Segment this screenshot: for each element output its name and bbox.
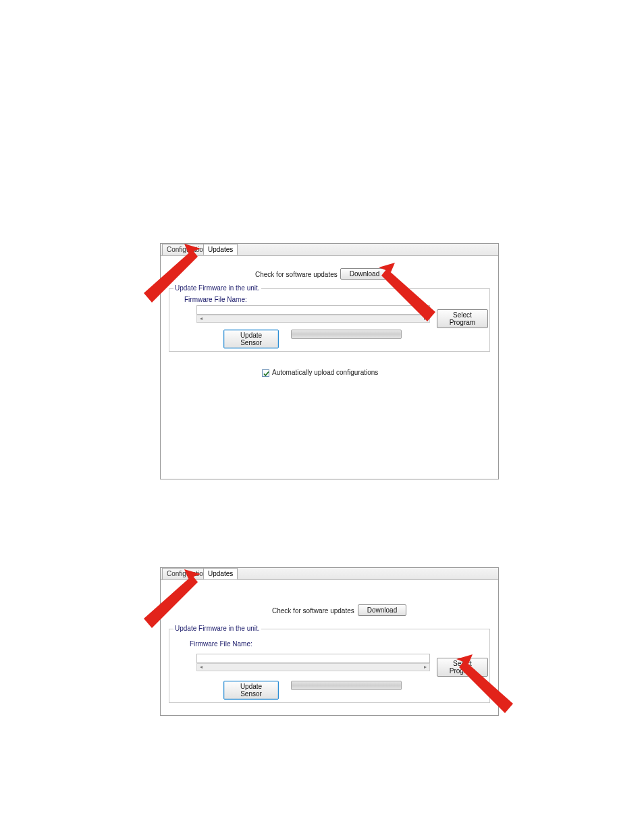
tab-body-2: Check for software updates Download Upda… — [161, 580, 498, 715]
download-button-2[interactable]: Download — [358, 604, 406, 616]
firmware-groupbox-2: Update Firmware in the unit. Firmware Fi… — [169, 629, 490, 703]
screenshot-bottom: Configuration Updates Check for software… — [160, 567, 499, 716]
tab-strip-2: Configuration Updates — [161, 568, 498, 580]
update-sensor-button[interactable]: Update Sensor — [223, 330, 279, 348]
check-icon — [263, 370, 270, 377]
download-button[interactable]: Download — [340, 268, 389, 280]
firmware-file-label-2: Firmware File Name: — [190, 640, 252, 648]
tab-updates[interactable]: Updates — [203, 244, 238, 255]
scroll-right-icon[interactable]: ▸ — [421, 315, 429, 323]
update-sensor-button-2[interactable]: Update Sensor — [223, 681, 279, 700]
select-program-button[interactable]: Select Program — [437, 309, 488, 328]
scroll-left-icon-2[interactable]: ◂ — [197, 664, 205, 672]
auto-upload-checkbox[interactable] — [262, 369, 269, 377]
select-program-button-2[interactable]: Select Program — [437, 658, 488, 677]
group-legend-2: Update Firmware in the unit. — [173, 625, 261, 632]
scroll-left-icon[interactable]: ◂ — [197, 315, 205, 323]
group-legend: Update Firmware in the unit. — [173, 284, 261, 292]
tab-updates-2[interactable]: Updates — [203, 568, 238, 579]
screenshot-top: Configuration Updates Check for software… — [160, 243, 499, 479]
tab-body: Check for software updates Download Upda… — [161, 256, 498, 479]
firmware-file-input[interactable] — [196, 305, 430, 315]
progress-bar — [291, 330, 402, 339]
firmware-file-label: Firmware File Name: — [184, 296, 247, 303]
progress-bar-2 — [291, 681, 402, 690]
firmware-groupbox: Update Firmware in the unit. Firmware Fi… — [169, 288, 490, 352]
check-updates-label: Check for software updates — [255, 271, 338, 278]
scroll-right-icon-2[interactable]: ▸ — [421, 664, 429, 672]
firmware-scrollbar-2[interactable]: ◂ ▸ — [196, 663, 430, 671]
auto-upload-label: Automatically upload configurations — [272, 369, 378, 376]
firmware-scrollbar[interactable]: ◂ ▸ — [196, 315, 430, 323]
firmware-file-input-2[interactable] — [196, 654, 430, 663]
tab-strip: Configuration Updates — [161, 244, 498, 256]
check-updates-label-2: Check for software updates — [272, 607, 354, 615]
